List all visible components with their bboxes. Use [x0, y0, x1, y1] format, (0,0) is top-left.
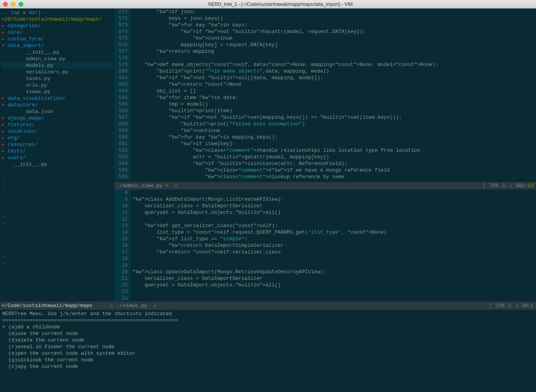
nerdtree-item[interactable]: ▸ custom_form/ [2, 36, 113, 42]
code-line[interactable]: 11 queryset = DataImport.objects."builti… [114, 209, 536, 216]
nerdtree-item[interactable]: ▸ locations/ [2, 128, 113, 135]
nerdtree-item[interactable]: ▸ core/ [2, 29, 113, 36]
nerdtree-item[interactable]: urls.py [2, 82, 113, 88]
code-line[interactable]: 583 obj_list = [] [114, 88, 536, 94]
code-line[interactable]: 15 "kw">if list_type == "simple": [114, 236, 536, 242]
code-line[interactable]: 592 "kw">class="comment">#handle relatio… [114, 147, 536, 154]
code-line[interactable]: 587 "kw">if "kw">not "builtin">set(mappi… [114, 114, 536, 121]
close-tree-icon[interactable]: ☒ [110, 303, 113, 309]
editor-pane-bottom[interactable]: 89"kw">class AddDataImport(Mongo.ListCre… [114, 189, 536, 302]
code-line[interactable]: 589 "kw">continue [114, 127, 536, 134]
code-content[interactable]: "builtin">print(item) [131, 108, 232, 114]
code-line[interactable]: 19 [114, 262, 536, 269]
nerdtree-item[interactable]: ▾ datastore/ [2, 102, 113, 108]
code-line[interactable]: 571 "kw">if json: [114, 9, 536, 15]
code-line[interactable]: 573 "kw">for key "kw">in keys: [114, 22, 536, 28]
code-content[interactable] [131, 262, 132, 269]
menu-item[interactable]: (d)elete the current node [2, 337, 534, 343]
code-line[interactable]: 585 tmp = model() [114, 101, 536, 108]
code-content[interactable]: "kw">class="comment">#"kw">if we have a … [131, 167, 390, 173]
close-icon[interactable] [3, 2, 8, 7]
code-content[interactable]: "kw">return "const">self.serializer_clas… [131, 249, 281, 255]
code-line[interactable]: 595 "kw">class="comment">#"kw">if we hav… [114, 167, 536, 173]
code-content[interactable] [131, 255, 132, 262]
nerdtree-item[interactable]: ▸ fixtures/ [2, 121, 113, 128]
code-content[interactable]: "kw">if json: [131, 9, 196, 15]
code-line[interactable]: 22 queryset = DataImport.objects."builti… [114, 282, 536, 288]
code-line[interactable]: 584 "kw">for item "kw">in data: [114, 94, 536, 101]
code-content[interactable] [131, 189, 132, 196]
code-content[interactable]: "kw">class AddDataImport(Mongo.ListCreat… [131, 196, 284, 203]
code-content[interactable]: queryset = DataImport.objects."builtin">… [131, 209, 281, 216]
code-content[interactable]: attr = "builtin">getattr(model, mapping[… [131, 154, 329, 160]
nerdtree-item[interactable]: tasks.py [2, 75, 113, 82]
code-content[interactable]: queryset = DataImport.objects."builtin">… [131, 282, 281, 288]
code-line[interactable]: 10 serializer_class = DataImportSerializ… [114, 203, 536, 209]
nerdtree-item[interactable]: models.py [2, 62, 113, 69]
code-content[interactable]: "kw">if item[key]: [131, 140, 235, 147]
nerdtree-item[interactable]: ▸ resources/ [2, 141, 113, 148]
code-content[interactable]: "kw">return DataImportSimpleSerializer [131, 242, 284, 249]
code-line[interactable]: 590 "kw">for key "kw">in mapping.keys(): [114, 134, 536, 140]
code-line[interactable]: 575 "kw">continue [114, 35, 536, 42]
menu-item[interactable]: (q)uicklook the current node [2, 357, 534, 363]
code-line[interactable]: 18 [114, 255, 536, 262]
code-content[interactable] [131, 288, 132, 295]
code-content[interactable]: "kw">def get_serializer_class("const">se… [131, 222, 278, 229]
code-line[interactable]: 12 [114, 216, 536, 222]
code-content[interactable]: tmp = model() [131, 101, 208, 108]
nerdtree-pane[interactable]: .. (up a dir) <z0/Code/sustainhawaii/map… [0, 9, 114, 302]
code-content[interactable]: serializer_class = DataImportSerializer [131, 203, 262, 209]
nerdtree-item[interactable]: ▾ data_import/ [2, 42, 113, 49]
code-content[interactable]: keys = json.keys() [131, 15, 223, 22]
code-line[interactable]: 9"kw">class AddDataImport(Mongo.ListCrea… [114, 196, 536, 203]
code-line[interactable]: 596 "kw">class="comment">#lookup referen… [114, 173, 536, 180]
code-line[interactable]: 576 mapping[key] = request.DATA[key] [114, 42, 536, 48]
code-line[interactable]: 578 [114, 55, 536, 61]
nerdtree-item[interactable]: admin_view.py [2, 56, 113, 62]
code-line[interactable]: 8 [114, 189, 536, 196]
code-line[interactable]: 594 "kw">if "builtin">isinstance(attr, R… [114, 160, 536, 167]
maximize-icon[interactable] [19, 2, 23, 7]
code-content[interactable]: list_type = "const">self.request.QUERY_P… [131, 229, 387, 236]
nerdtree-root-path[interactable]: <z0/Code/sustainhawaii/mapp/maps/ [2, 16, 113, 23]
code-line[interactable]: 20"kw">class UpdateDataImport(Mongo.Retr… [114, 269, 536, 275]
code-line[interactable]: 577 "kw">return mapping [114, 48, 536, 55]
code-line[interactable]: 572 keys = json.keys() [114, 15, 536, 22]
minimize-icon[interactable] [11, 2, 16, 7]
menu-item[interactable]: (c)opy the current node [2, 363, 534, 370]
code-line[interactable]: 574 "kw">if "kw">not "builtin">hasattr(m… [114, 28, 536, 35]
code-content[interactable] [131, 55, 132, 61]
code-content[interactable] [131, 216, 132, 222]
code-line[interactable]: 582 "kw">return "const">None [114, 81, 536, 88]
editor-pane-top[interactable]: 571 "kw">if json:572 keys = json.keys()5… [114, 9, 536, 182]
code-content[interactable]: "kw">class="comment">#lookup reference b… [131, 173, 344, 180]
code-content[interactable]: "kw">for key "kw">in mapping.keys(): [131, 134, 278, 140]
nerdtree-item[interactable]: ▸ categories/ [2, 23, 113, 29]
code-line[interactable]: 580 "builtin">print("">in make objects",… [114, 68, 536, 75]
code-line[interactable]: 13 "kw">def get_serializer_class("const"… [114, 222, 536, 229]
code-content[interactable]: "kw">return "const">None [131, 81, 241, 88]
code-line[interactable]: 593 attr = "builtin">getattr(model, mapp… [114, 154, 536, 160]
nerdtree-item[interactable]: __init__.py [2, 161, 113, 168]
code-line[interactable]: 14 list_type = "const">self.request.QUER… [114, 229, 536, 236]
menu-item[interactable]: (o)pen the current node with system edit… [2, 350, 534, 357]
code-line[interactable]: 23 [114, 288, 536, 295]
nerdtree-item[interactable]: views.py [2, 88, 113, 95]
code-content[interactable]: "kw">if "kw">not "builtin">set(mapping.k… [131, 114, 402, 121]
nerdtree-updir[interactable]: .. (up a dir) [2, 9, 113, 16]
code-content[interactable]: serializer_class = DataImportSerializer [131, 275, 262, 282]
nerdtree-item[interactable]: ▸ tests/ [2, 148, 113, 154]
code-content[interactable]: "kw">class UpdateDataImport(Mongo.Retrie… [131, 269, 326, 275]
code-content[interactable]: "kw">continue [131, 127, 220, 134]
nerdtree-item[interactable]: ▸ django_mapp/ [2, 115, 113, 121]
code-content[interactable]: "kw">if "kw">not "builtin">all([data, ma… [131, 75, 323, 81]
code-content[interactable]: "builtin">print("">in make objects",data… [131, 68, 329, 75]
code-content[interactable]: "kw">if "kw">not "builtin">hasattr(model… [131, 28, 366, 35]
menu-item[interactable]: (m)ove the current node [2, 330, 534, 337]
code-line[interactable]: 21 serializer_class = DataImportSerializ… [114, 275, 536, 282]
close-pane-icon-2[interactable]: ☒ [153, 303, 156, 309]
code-content[interactable]: "kw">for key "kw">in keys: [131, 22, 248, 28]
code-line[interactable]: 16 "kw">return DataImportSimpleSerialize… [114, 242, 536, 249]
code-line[interactable]: 17 "kw">return "const">self.serializer_c… [114, 249, 536, 255]
